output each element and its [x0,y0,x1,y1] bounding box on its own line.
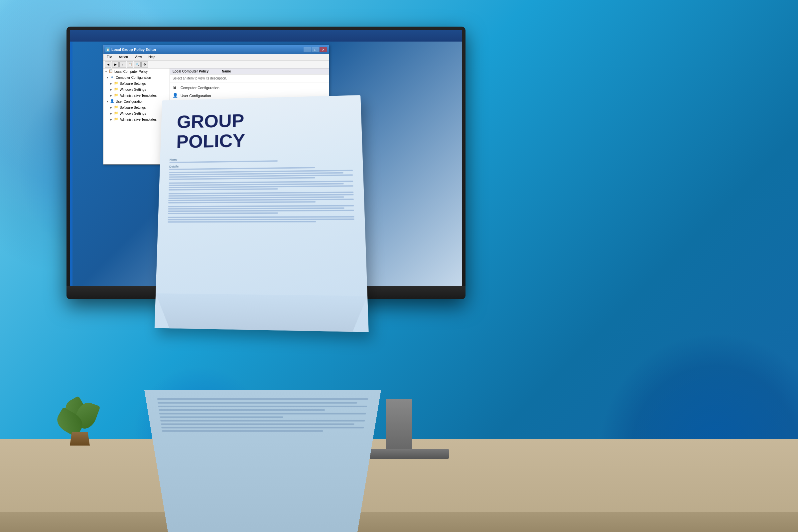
user-config-label: User Configuration [180,94,211,98]
toolbar-btn-3[interactable]: ⚙ [141,61,148,68]
paper-line-20 [168,216,355,218]
monitor-stand [386,399,412,452]
tree-node-admin-templates-cc[interactable]: ▶ 📁 Administrative Templates [103,92,170,98]
paper-line-21 [168,218,354,220]
user-config-icon: 👤 [173,93,178,99]
gpe-title-label: Local Group Policy Editor [111,48,156,52]
gpe-menubar: File Action View Help [103,54,329,60]
toolbar-btn-1[interactable]: 📋 [127,61,133,68]
paper-line-13 [168,196,344,199]
screen-taskbar [70,30,462,41]
gpe-title-text: 📋 Local Group Policy Editor [106,47,156,52]
paper-title: GROUP POLICY [160,95,363,158]
menu-help[interactable]: Help [146,55,157,59]
tree-node-computer-configuration[interactable]: ▼ 🖥 Computer Configuration [103,75,170,80]
tree-node-local-computer-policy[interactable]: ▼ 📋 Local Computer Policy [103,69,170,75]
paper-line-22 [168,221,316,223]
paper-line-10 [169,188,278,191]
paper-title-line2: POLICY [176,130,245,152]
list-item-computer-configuration[interactable]: 🖥 Computer Configuration [171,84,327,92]
paper-title-line1: GROUP [176,110,244,132]
screen-blue-bar [70,41,73,286]
right-header-name-col: Name [222,70,231,73]
plant-leaves [60,399,100,432]
toolbar-forward[interactable]: ▶ [112,61,119,68]
paper-line-14 [168,198,354,201]
computer-config-icon: 🖥 [173,85,178,91]
plant-pot [70,432,90,445]
gpe-title-bar: 📋 Local Group Policy Editor – □ ✕ [103,45,329,54]
paper-line-12 [169,194,354,196]
paper-scroll-lines [144,390,381,441]
paper-line-17 [168,207,344,209]
gpe-title-icon: 📋 [106,47,110,52]
desk-front [0,512,798,532]
tree-node-software-settings-uc[interactable]: ▶ 📁 Software Settings [103,104,170,110]
paper-line-group-2: Details [169,162,353,170]
gpe-right-description: Select an item to view its description. [170,75,329,82]
paper-content-lines: Name Details [158,155,365,223]
toolbar-back[interactable]: ◀ [105,61,111,68]
menu-file[interactable]: File [105,55,114,59]
close-button[interactable]: ✕ [320,47,327,52]
paper-line-6 [169,177,315,180]
tree-node-software-settings-cc[interactable]: ▶ 📁 Software Settings [103,80,170,87]
paper-line-19 [168,212,278,214]
toolbar-btn-2[interactable]: 🔍 [134,61,141,68]
gpe-tree-panel: ▼ 📋 Local Computer Policy ▼ 🖥 Computer C… [103,69,170,164]
toolbar-up[interactable]: ↑ [119,61,126,68]
computer-config-label: Computer Configuration [180,86,220,90]
maximize-button[interactable]: □ [311,47,319,52]
group-policy-paper: GROUP POLICY Name Details [155,95,369,332]
tree-node-windows-settings-uc[interactable]: ▶ 📁 Windows Settings [103,110,170,116]
paper-line-15 [168,201,316,204]
tree-node-user-configuration[interactable]: ▼ 👤 User Configuration [103,98,170,104]
paper-label-2: Details [169,162,353,168]
tree-node-windows-settings-cc[interactable]: ▶ 📁 Windows Settings [103,87,170,92]
plant-decoration [60,399,100,445]
gpe-toolbar: ◀ ▶ ↑ 📋 🔍 ⚙ [103,60,329,69]
paper-curl [156,293,367,332]
gpe-window-controls: – □ ✕ [304,47,327,52]
right-header-title: Local Computer Policy [173,70,208,73]
tree-node-admin-templates-uc[interactable]: ▶ 📁 Administrative Templates [103,116,170,122]
menu-action[interactable]: Action [117,55,130,59]
paper-line-18 [168,209,354,211]
menu-view[interactable]: View [133,55,144,59]
paper-line-16 [168,205,354,207]
minimize-button[interactable]: – [304,47,311,52]
gpe-right-header: Local Computer Policy Name [170,69,329,75]
paper-scroll-bottom [144,390,381,532]
